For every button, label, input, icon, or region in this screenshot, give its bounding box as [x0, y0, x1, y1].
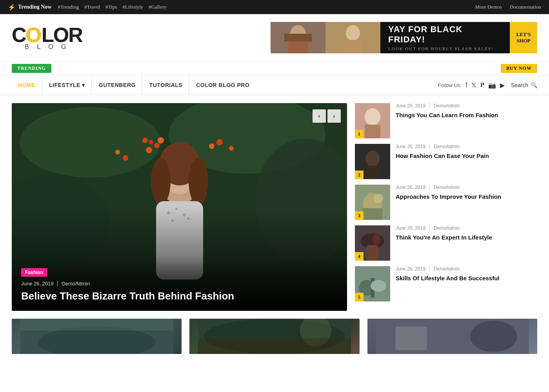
nav-links: HOME LIFESTYLE ▾ GUTENBERG TUTORIALS COL… — [12, 75, 256, 95]
svg-rect-3 — [284, 34, 312, 42]
sidebar-article-1: 1 June 26, 2019 DemoAdmin Things You Can… — [355, 103, 537, 138]
nav-home[interactable]: HOME — [12, 75, 42, 95]
nav-color-blog-pro[interactable]: COLOR BLOG PRO — [190, 75, 256, 95]
youtube-icon[interactable]: ▶ — [500, 82, 505, 89]
svg-point-66 — [470, 321, 517, 352]
sidebar-article-content-5: June 26, 2019 DemoAdmin Skills Of Lifest… — [396, 266, 537, 282]
svg-rect-40 — [365, 125, 380, 138]
top-bar-left: ⚡ Trending Now #Trending #Travel #Tips #… — [8, 4, 166, 11]
facebook-icon[interactable]: f — [465, 82, 467, 89]
main-content: ‹ › Fashion June 26, 2019 DemoAdmin Beli… — [0, 95, 549, 319]
bottom-card-2[interactable] — [189, 319, 359, 354]
featured-image: ‹ › Fashion June 26, 2019 DemoAdmin Beli… — [12, 103, 347, 311]
carousel-next[interactable]: › — [327, 109, 341, 123]
featured-category[interactable]: Fashion — [21, 268, 47, 277]
pinterest-icon[interactable]: 𝐏 — [480, 82, 484, 89]
sidebar-title-2[interactable]: How Fashion Can Ease Your Pain — [396, 152, 537, 160]
twitter-icon[interactable]: 𝕏 — [471, 82, 476, 89]
sidebar-article-3: 3 June 26, 2019 DemoAdmin Approaches To … — [355, 185, 537, 220]
top-bar: ⚡ Trending Now #Trending #Travel #Tips #… — [0, 0, 549, 14]
sidebar-author-1: DemoAdmin — [434, 103, 460, 109]
nav-gutenberg[interactable]: GUTENBERG — [93, 75, 142, 95]
social-icons: f 𝕏 𝐏 📷 ▶ — [465, 82, 504, 89]
sidebar-article-content-1: June 26, 2019 DemoAdmin Things You Can L… — [396, 103, 537, 119]
carousel-buttons: ‹ › — [313, 109, 341, 123]
nav-tutorials[interactable]: TUTORIALS — [143, 75, 189, 95]
banner-ad: YAY FOR BLACK FRIDAY! LOOK OUT FOR HOURL… — [271, 22, 537, 53]
tag-trending[interactable]: #Trending — [58, 4, 79, 10]
sidebar-title-3[interactable]: Approaches To Improve Your Fashion — [396, 192, 537, 201]
sidebar-img-box-4: 4 — [355, 225, 390, 261]
sub-nav: TRENDING BUY NOW — [0, 62, 549, 76]
svg-rect-2 — [288, 42, 308, 53]
logo-text: COLOR — [12, 25, 82, 45]
tag-gallery[interactable]: #Gallery — [149, 4, 166, 10]
trending-button[interactable]: TRENDING — [12, 64, 51, 73]
search-label: Search — [511, 82, 528, 88]
sidebar-num-2: 2 — [355, 171, 364, 179]
documentation-link[interactable]: Documentation — [510, 4, 541, 10]
svg-rect-47 — [363, 208, 382, 220]
sidebar-article-img-1: 1 — [355, 103, 390, 138]
sidebar-date-2: June 26, 2019 — [396, 144, 425, 149]
sidebar-article-content-4: June 26, 2019 DemoAdmin Think You're An … — [396, 225, 537, 241]
svg-rect-65 — [395, 327, 427, 350]
sidebar-article-2: 2 June 26, 2019 DemoAdmin How Fashion Ca… — [355, 144, 537, 179]
sidebar-img-box-5: 5 — [355, 266, 390, 301]
featured-overlay: Fashion June 26, 2019 DemoAdmin Believe … — [12, 256, 347, 311]
sidebar-article-img-2: 2 — [355, 144, 390, 179]
buy-now-button[interactable]: BUY NOW — [501, 64, 537, 73]
svg-rect-51 — [367, 245, 378, 261]
carousel-prev[interactable]: ‹ — [313, 109, 326, 123]
instagram-icon[interactable]: 📷 — [488, 82, 496, 89]
search-icon: 🔍 — [531, 82, 537, 88]
meta-divider-4 — [429, 225, 430, 231]
sidebar-title-1[interactable]: Things You Can Learn From Fashion — [396, 111, 537, 119]
sidebar-author-4: DemoAdmin — [434, 225, 460, 231]
sidebar-article-meta-1: June 26, 2019 DemoAdmin — [396, 103, 537, 109]
meta-divider-3 — [429, 185, 430, 190]
tag-travel[interactable]: #Travel — [84, 4, 100, 10]
sidebar-article-meta-5: June 26, 2019 DemoAdmin — [396, 266, 537, 272]
sidebar-num-3: 3 — [355, 211, 364, 220]
svg-point-56 — [371, 280, 386, 292]
sidebar-article-content-3: June 26, 2019 DemoAdmin Approaches To Im… — [396, 185, 537, 201]
meta-divider — [57, 281, 58, 287]
more-demos-link[interactable]: More Demos — [475, 4, 502, 10]
banner-ad-img2 — [325, 22, 380, 53]
bottom-cards — [0, 319, 549, 366]
sidebar-author-2: DemoAdmin — [434, 144, 460, 149]
sidebar-author-3: DemoAdmin — [434, 185, 460, 190]
sidebar-title-5[interactable]: Skills Of Lifestyle And Be Successful — [396, 274, 537, 282]
banner-ad-button[interactable]: LET'S SHOP — [510, 22, 537, 53]
sidebar-article-meta-4: June 26, 2019 DemoAdmin — [396, 225, 537, 231]
sidebar-article-content-2: June 26, 2019 DemoAdmin How Fashion Can … — [396, 144, 537, 160]
logo-sub: B L O G — [25, 44, 69, 51]
svg-point-39 — [365, 108, 380, 125]
sidebar-author-5: DemoAdmin — [434, 266, 460, 272]
featured-date: June 26, 2019 — [21, 281, 53, 287]
sidebar-title-4[interactable]: Think You're An Expert In Lifestyle — [396, 233, 537, 241]
bottom-card-1[interactable] — [12, 319, 182, 354]
sidebar-date-1: June 26, 2019 — [396, 103, 425, 109]
nav-lifestyle[interactable]: LIFESTYLE ▾ — [43, 75, 92, 95]
trending-now-badge: ⚡ Trending Now — [8, 4, 51, 11]
meta-divider-5 — [429, 266, 430, 272]
bottom-card-3[interactable] — [367, 319, 537, 354]
sidebar-img-box-1: 1 — [355, 103, 390, 138]
featured-author: DemoAdmin — [62, 281, 90, 287]
logo[interactable]: COLOR B L O G — [12, 25, 82, 51]
sidebar-num-5: 5 — [355, 293, 364, 301]
search-button[interactable]: Search 🔍 — [511, 82, 537, 88]
bolt-icon: ⚡ — [8, 4, 16, 11]
banner-ad-sub: LOOK OUT FOR HOURLY FLASH SALES! — [388, 46, 502, 51]
tag-lifestyle[interactable]: #Lifestyle — [122, 4, 143, 10]
featured-title: Believe These Bizarre Truth Behind Fashi… — [21, 290, 338, 303]
sidebar-img-box-2: 2 — [355, 144, 390, 179]
trending-now-label: Trending Now — [18, 4, 51, 10]
sidebar-article-4: 4 June 26, 2019 DemoAdmin Think You're A… — [355, 225, 537, 261]
sidebar-article-img-3: 3 — [355, 185, 390, 220]
top-tags: #Trending #Travel #Tips #Lifestyle #Gall… — [58, 4, 166, 10]
tag-tips[interactable]: #Tips — [105, 4, 117, 10]
sidebar-article-meta-3: June 26, 2019 DemoAdmin — [396, 185, 537, 190]
